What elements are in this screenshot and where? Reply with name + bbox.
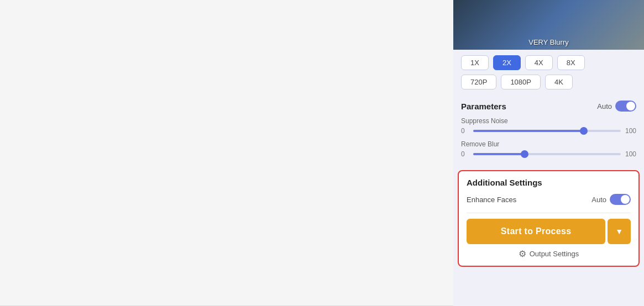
parameters-header: Parameters Auto [461, 101, 636, 112]
scale-btn-1080p[interactable]: 1080P [501, 75, 541, 89]
suppress-noise-min: 0 [461, 127, 469, 135]
enhance-faces-row: Enhance Faces Auto [467, 194, 631, 205]
parameters-auto-group: Auto [597, 101, 636, 112]
scale-row-1: 1X 2X 4X 8X [461, 55, 636, 70]
process-btn-row: Start to Process ▼ [467, 219, 631, 244]
scale-btn-1x[interactable]: 1X [461, 55, 489, 70]
remove-blur-min: 0 [461, 150, 469, 158]
scale-btn-8x[interactable]: 8X [557, 55, 585, 70]
output-settings-label: Output Settings [530, 250, 579, 258]
suppress-noise-row: 0 100 [461, 127, 636, 135]
additional-settings-title: Additional Settings [467, 178, 631, 187]
process-dropdown-button[interactable]: ▼ [608, 219, 631, 244]
remove-blur-max: 100 [625, 150, 636, 158]
divider [467, 213, 631, 213]
suppress-noise-max: 100 [625, 127, 636, 135]
image-preview-label: VERY Blurry [528, 38, 569, 46]
image-preview: VERY Blurry [453, 0, 644, 50]
parameters-title: Parameters [461, 102, 506, 111]
additional-settings-section: Additional Settings Enhance Faces Auto S… [458, 170, 640, 267]
scale-btn-2x[interactable]: 2X [493, 55, 521, 70]
scale-btn-4x[interactable]: 4X [525, 55, 553, 70]
scale-row-2: 720P 1080P 4K [461, 75, 636, 89]
remove-blur-track[interactable] [473, 153, 621, 155]
remove-blur-thumb[interactable] [521, 150, 528, 158]
scale-section: 1X 2X 4X 8X 720P 1080P 4K [453, 50, 644, 96]
suppress-noise-thumb[interactable] [580, 127, 588, 135]
remove-blur-row: 0 100 [461, 150, 636, 158]
output-settings-row[interactable]: ⚙ Output Settings [467, 249, 631, 259]
enhance-faces-auto-label: Auto [591, 196, 606, 204]
parameters-auto-label: Auto [597, 102, 612, 110]
start-process-button[interactable]: Start to Process [467, 219, 605, 244]
enhance-faces-toggle[interactable] [610, 194, 631, 205]
scale-btn-720p[interactable]: 720P [461, 75, 496, 89]
parameters-section: Parameters Auto Suppress Noise 0 100 Rem… [453, 96, 644, 168]
enhance-faces-label: Enhance Faces [467, 196, 516, 204]
suppress-noise-fill [473, 130, 584, 132]
suppress-noise-label: Suppress Noise [461, 117, 636, 125]
enhance-faces-auto-group: Auto [591, 194, 631, 205]
main-canvas [0, 0, 453, 306]
remove-blur-label: Remove Blur [461, 140, 636, 148]
scale-btn-4k[interactable]: 4K [545, 75, 573, 89]
suppress-noise-track[interactable] [473, 130, 621, 132]
right-panel: VERY Blurry 1X 2X 4X 8X 720P 1080P 4K Pa… [453, 0, 644, 306]
gear-icon: ⚙ [519, 249, 526, 259]
parameters-auto-toggle[interactable] [615, 101, 636, 112]
remove-blur-fill [473, 153, 525, 155]
